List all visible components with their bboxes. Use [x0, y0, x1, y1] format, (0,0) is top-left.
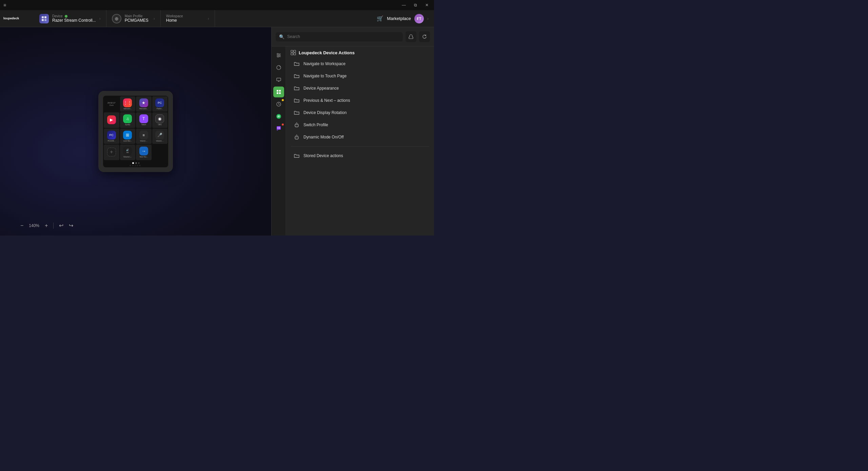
apps-label: Aplicacio... [123, 108, 132, 110]
sidebar-item-clock[interactable] [273, 99, 284, 110]
logo-area[interactable]: loupedeck [0, 15, 34, 23]
touch-icon-btn[interactable] [406, 31, 416, 42]
touch-icon [408, 34, 414, 39]
device-cell-mic[interactable]: 🎤 Volume ... [152, 129, 168, 144]
svg-rect-29 [294, 53, 296, 55]
search-input[interactable] [287, 34, 399, 39]
refresh-icon [422, 34, 427, 39]
svg-line-21 [279, 104, 280, 105]
bookmark-icon: ★ [139, 98, 148, 107]
display-rotation-label: Device Display Rotation [303, 110, 347, 115]
twitch-icon: T [139, 114, 148, 123]
sidebar-item-circle[interactable] [273, 62, 284, 73]
device-cell-volume-slider[interactable]: ≡ Volume ... [136, 129, 152, 144]
profile-chevron: › [154, 16, 155, 21]
stored-actions-label: Stored Device actions [303, 153, 343, 158]
switch-profile-label: Switch Profile [303, 123, 328, 127]
profile-icon: ⊕ [112, 14, 121, 23]
lockwin-icon: ⊞ [123, 131, 132, 139]
redo-button[interactable]: ↪ [69, 222, 73, 229]
sidebar-icons [272, 46, 286, 236]
svg-rect-17 [277, 92, 278, 94]
device-cell-clock[interactable]: 20:02:17 Clock [104, 96, 119, 112]
action-device-appearance[interactable]: Device Appearance [291, 82, 429, 94]
pcgames-label: PCGAM... [107, 140, 115, 142]
clock-icon [276, 101, 281, 107]
logo-svg: loupedeck [3, 15, 31, 21]
sidebar-item-grid[interactable] [273, 87, 284, 97]
logo: loupedeck [3, 15, 31, 23]
device-cell-next[interactable]: → Next Tou... [136, 145, 152, 160]
refresh-icon-btn[interactable] [419, 31, 430, 42]
device-cell-apps[interactable]: ⋮⋮ Aplicacio... [120, 96, 136, 112]
action-display-rotation[interactable]: Device Display Rotation [291, 107, 429, 118]
svg-rect-27 [294, 50, 296, 52]
header-arrow[interactable]: › [427, 16, 429, 21]
user-avatar[interactable]: FT [414, 14, 424, 23]
device-grid: 20:02:17 Clock ⋮⋮ Aplicacio... ★ Marcado… [103, 96, 168, 161]
device-cell-platform[interactable]: PC Platfor... [152, 96, 168, 112]
close-button[interactable]: ✕ [423, 2, 431, 8]
action-prev-next[interactable]: Previous & Next – actions [291, 95, 429, 106]
device-cell-bookmark[interactable]: ★ Marcador... [136, 96, 152, 112]
device-label: Device [52, 14, 63, 18]
indicator-2[interactable] [135, 162, 137, 164]
profile-segment[interactable]: ⊕ Main Profile PCMGAMES › [106, 10, 161, 27]
device-name: Razer Stream Controll... [52, 18, 96, 23]
sidebar-item-screen[interactable] [273, 74, 284, 85]
minimize-button[interactable]: — [400, 2, 408, 8]
search-input-wrap[interactable]: 🔍 [276, 32, 403, 41]
menu-button[interactable]: ≡ [3, 2, 6, 8]
svg-text:loupedeck: loupedeck [3, 17, 19, 20]
section-title-text: Loupedeck Device Actions [299, 50, 355, 55]
vol60-icon: 🔊 60 [123, 147, 132, 155]
platform-label: Platfor... [157, 108, 163, 110]
maximize-button[interactable]: ⧉ [412, 2, 419, 8]
device-cell-twitch[interactable]: T Twitch [136, 112, 152, 128]
device-cell-startmenu[interactable]: ▶ [104, 112, 119, 128]
folder-icon-appearance [293, 85, 300, 92]
section-divider [291, 146, 429, 147]
header: loupedeck Device Razer Stream Controll..… [0, 10, 434, 27]
canvas-area[interactable]: 20:02:17 Clock ⋮⋮ Aplicacio... ★ Marcado… [0, 27, 271, 236]
platform-icon: PC [155, 98, 164, 107]
workspace-segment[interactable]: Workspace Home › [161, 10, 215, 27]
action-navigate-touch[interactable]: Navigate to Touch Page [291, 70, 429, 82]
search-bar: 🔍 [272, 27, 434, 46]
dynamic-mode-label: Dynamic Mode On/Off [303, 135, 344, 139]
indicator-3 [138, 162, 139, 164]
marketplace-area[interactable]: 🛒 Marketplace FT › [371, 14, 434, 23]
device-cell-add[interactable]: + [104, 145, 119, 160]
device-cell-pcgames[interactable]: PC PCGAM... [104, 129, 119, 144]
device-cell-lockwin[interactable]: ⊞ Lock Wor... [120, 129, 136, 144]
device-cell-obs[interactable]: ◉ OBS [152, 112, 168, 128]
sidebar-item-sliders[interactable] [273, 50, 284, 61]
action-navigate-workspace[interactable]: Navigate to Workspace [291, 58, 429, 70]
page-indicators [103, 161, 168, 165]
svg-rect-28 [291, 53, 293, 55]
action-switch-profile[interactable]: Switch Profile [291, 119, 429, 131]
workspace-name: Home [166, 18, 183, 23]
sidebar-item-twitch[interactable] [273, 123, 284, 134]
twitch-sidebar-icon [276, 126, 281, 131]
svg-point-9 [279, 55, 280, 56]
zoom-in-button[interactable]: + [45, 223, 48, 229]
device-segment[interactable]: Device Razer Stream Controll... › [34, 10, 106, 27]
right-panel: 🔍 [271, 27, 434, 236]
screen-icon [276, 77, 281, 82]
folder-icon-touch [293, 73, 300, 79]
indicator-1[interactable] [132, 162, 134, 164]
svg-rect-16 [279, 90, 281, 92]
action-stored-device[interactable]: Stored Device actions [291, 150, 429, 162]
apps-icon: ⋮⋮ [123, 98, 132, 107]
panel-content: Loupedeck Device Actions Navigate to Wor… [286, 46, 434, 236]
undo-button[interactable]: ↩ [59, 222, 63, 229]
twitch-label: Twitch [141, 124, 146, 126]
zoom-out-button[interactable]: − [20, 223, 23, 229]
device-cell-spotify[interactable]: ♫ Spotify [120, 112, 136, 128]
sidebar-item-spotify[interactable] [273, 111, 284, 122]
device-cell-vol60[interactable]: 🔊 60 Volume L... [120, 145, 136, 160]
navigate-touch-label: Navigate to Touch Page [303, 74, 347, 78]
svg-rect-26 [291, 50, 293, 52]
action-dynamic-mode[interactable]: Dynamic Mode On/Off [291, 131, 429, 143]
